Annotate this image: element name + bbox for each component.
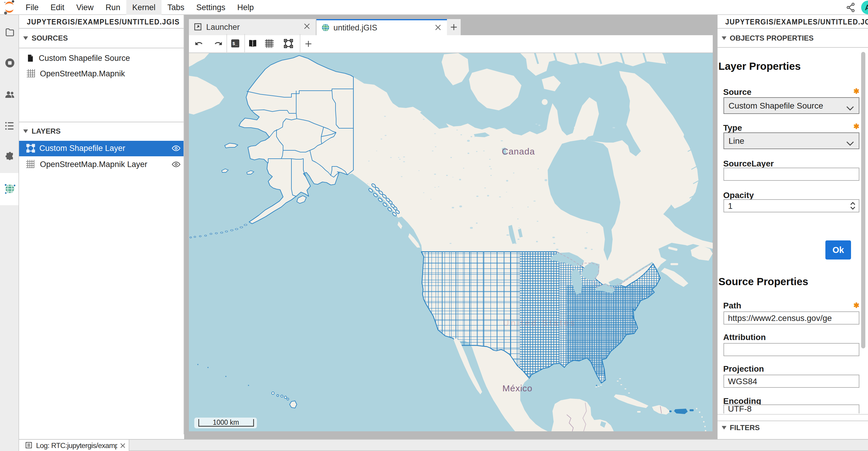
svg-text:Canada: Canada <box>502 146 535 156</box>
svg-text:United States: United States <box>503 318 576 327</box>
svg-text:$_: $_ <box>232 42 238 47</box>
svg-text:México: México <box>502 383 532 393</box>
svg-text:1000 km: 1000 km <box>213 418 239 426</box>
